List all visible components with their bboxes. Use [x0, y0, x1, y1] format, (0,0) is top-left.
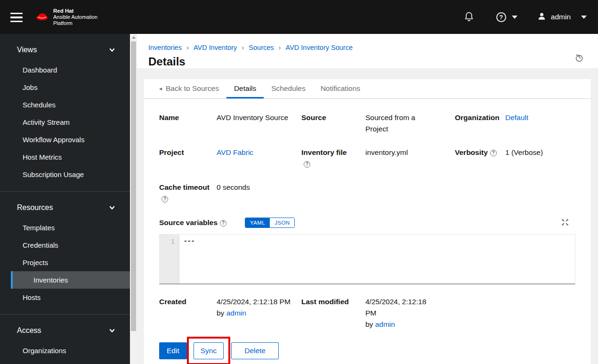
- sidebar-item-workflow-approvals[interactable]: Workflow Approvals: [0, 131, 130, 148]
- scrollbar-up-arrow[interactable]: [130, 34, 137, 41]
- breadcrumb-separator-icon: ›: [242, 43, 244, 51]
- help-menu-button[interactable]: ?: [496, 12, 517, 22]
- organization-label: Organization: [455, 112, 505, 123]
- nav-toggle-hamburger-icon[interactable]: [10, 13, 23, 22]
- project-avd-fabric-link[interactable]: AVD Fabric: [217, 148, 253, 156]
- sidebar-item-projects[interactable]: Projects: [0, 254, 130, 271]
- sync-annotation-highlight: Sync: [187, 337, 230, 364]
- chevron-down-icon: [109, 328, 114, 332]
- breadcrumb-separator-icon: ›: [186, 43, 189, 51]
- detail-organization: Organization Default: [455, 112, 579, 135]
- user-caret-down-icon: [581, 16, 587, 19]
- detail-last-modified: Last modified 4/25/2024, 2:12:18 PM by a…: [301, 296, 579, 330]
- yaml-json-toggle: YAML JSON: [245, 218, 295, 228]
- inventory-file-value: inventory.yml: [365, 147, 408, 158]
- chevron-down-icon: [109, 205, 114, 210]
- sidebar-item-subscription-usage[interactable]: Subscription Usage: [0, 166, 130, 183]
- source-variables-row: Source variables? YAML JSON: [159, 218, 579, 228]
- sidebar-item-inventories[interactable]: Inventories: [11, 271, 130, 289]
- sidebar-nav: Views Dashboard Jobs Schedules Activity …: [0, 34, 130, 364]
- source-variables-label: Source variables?: [159, 218, 226, 227]
- chevron-down-icon: [109, 47, 114, 52]
- expand-editor-button[interactable]: [561, 218, 569, 227]
- actions-row: Edit Sync Delete: [159, 337, 579, 364]
- detail-name: Name AVD Inventory Source: [159, 112, 301, 135]
- breadcrumb-inventories-link[interactable]: Inventories: [148, 44, 182, 51]
- detail-source: Source Sourced from a Project: [301, 112, 455, 135]
- delete-button[interactable]: Delete: [231, 342, 279, 359]
- breadcrumb-sources-link[interactable]: Sources: [249, 44, 274, 51]
- cache-timeout-value: 0 seconds: [217, 182, 250, 193]
- page-header: Inventories › AVD Inventory › Sources › …: [137, 34, 598, 68]
- created-by-admin-link[interactable]: admin: [226, 309, 246, 317]
- sidebar-item-credentials[interactable]: Credentials: [0, 236, 130, 254]
- editor-line-number: 1: [160, 235, 179, 283]
- verbosity-help-icon[interactable]: ?: [490, 150, 497, 156]
- history-icon: [575, 56, 584, 63]
- yaml-toggle-button[interactable]: YAML: [245, 218, 270, 227]
- edit-button[interactable]: Edit: [159, 342, 187, 359]
- sidebar-item-host-metrics[interactable]: Host Metrics: [0, 148, 130, 166]
- source-value: Sourced from a Project: [365, 112, 427, 135]
- help-caret-down-icon: [512, 16, 517, 19]
- detail-created: Created 4/25/2024, 2:12:18 PM by admin: [159, 296, 301, 330]
- meta-grid: Created 4/25/2024, 2:12:18 PM by admin L…: [159, 296, 579, 330]
- brand-line2: Ansible Automation: [53, 14, 97, 20]
- detail-cache-timeout: Cache timeout? 0 seconds: [159, 182, 301, 204]
- sync-button[interactable]: Sync: [194, 342, 224, 359]
- sidebar-item-templates[interactable]: Templates: [0, 219, 130, 236]
- breadcrumb: Inventories › AVD Inventory › Sources › …: [148, 43, 587, 51]
- cache-timeout-help-icon[interactable]: ?: [162, 196, 168, 202]
- sidebar-item-hosts[interactable]: Hosts: [0, 289, 130, 306]
- question-circle-icon: ?: [496, 12, 506, 22]
- nav-group-access: Access Organizations: [0, 315, 130, 359]
- detail-grid: Name AVD Inventory Source Source Sourced…: [159, 112, 579, 204]
- detail-project: Project AVD Fabric: [159, 147, 301, 170]
- nav-group-access-label: Access: [17, 326, 41, 335]
- brand-line3: Platform: [53, 20, 97, 26]
- breadcrumb-avd-inventory-link[interactable]: AVD Inventory: [194, 44, 237, 51]
- user-icon: [537, 12, 546, 23]
- breadcrumb-avd-inventory-source-link[interactable]: AVD Inventory Source: [286, 44, 353, 51]
- nav-group-views-label: Views: [17, 46, 37, 54]
- created-label: Created: [159, 296, 217, 307]
- modified-by-admin-link[interactable]: admin: [375, 320, 395, 328]
- scrollbar-thumb[interactable]: [131, 41, 136, 331]
- nav-group-header-views[interactable]: Views: [0, 44, 130, 56]
- verbosity-label: Verbosity?: [455, 147, 505, 158]
- nav-group-resources-label: Resources: [17, 203, 53, 212]
- detail-inventory-file: Inventory file? inventory.yml: [301, 147, 455, 170]
- tab-back-to-sources[interactable]: ◂ Back to Sources: [152, 79, 226, 98]
- source-variables-editor[interactable]: 1 ---: [159, 234, 575, 284]
- tab-schedules[interactable]: Schedules: [264, 79, 313, 98]
- inventory-file-help-icon[interactable]: ?: [304, 161, 310, 168]
- sidebar-item-schedules[interactable]: Schedules: [0, 96, 130, 113]
- source-variables-help-icon[interactable]: ?: [220, 220, 226, 226]
- sidebar-item-organizations[interactable]: Organizations: [0, 342, 130, 359]
- project-label: Project: [159, 147, 217, 158]
- app-logo: Red Hat Ansible Automation Platform: [35, 8, 97, 26]
- organization-default-link[interactable]: Default: [505, 113, 528, 121]
- name-label: Name: [159, 112, 217, 123]
- sidebar-scrollbar[interactable]: [130, 34, 137, 364]
- nav-group-resources: Resources Templates Credentials Projects…: [0, 192, 130, 306]
- history-button[interactable]: [575, 53, 584, 63]
- cache-timeout-label: Cache timeout?: [159, 182, 217, 204]
- tab-notifications[interactable]: Notifications: [313, 79, 368, 98]
- top-navbar: Red Hat Ansible Automation Platform ?: [0, 0, 598, 34]
- json-toggle-button[interactable]: JSON: [270, 218, 294, 227]
- sidebar-item-jobs[interactable]: Jobs: [0, 79, 130, 96]
- sidebar-item-activity-stream[interactable]: Activity Stream: [0, 113, 130, 131]
- source-label: Source: [301, 112, 365, 123]
- nav-group-header-access[interactable]: Access: [0, 325, 130, 336]
- inventory-file-label: Inventory file?: [301, 147, 365, 170]
- tab-back-to-sources-label: Back to Sources: [166, 84, 219, 93]
- user-menu-button[interactable]: admin: [537, 12, 587, 23]
- nav-group-header-resources[interactable]: Resources: [0, 202, 130, 213]
- tab-details[interactable]: Details: [226, 79, 264, 98]
- notifications-bell-button[interactable]: [464, 11, 474, 23]
- brand-line1: Red Hat: [53, 8, 97, 14]
- page-title: Details: [148, 55, 587, 68]
- sidebar-item-dashboard[interactable]: Dashboard: [0, 61, 130, 79]
- redhat-fedora-icon: [35, 10, 50, 24]
